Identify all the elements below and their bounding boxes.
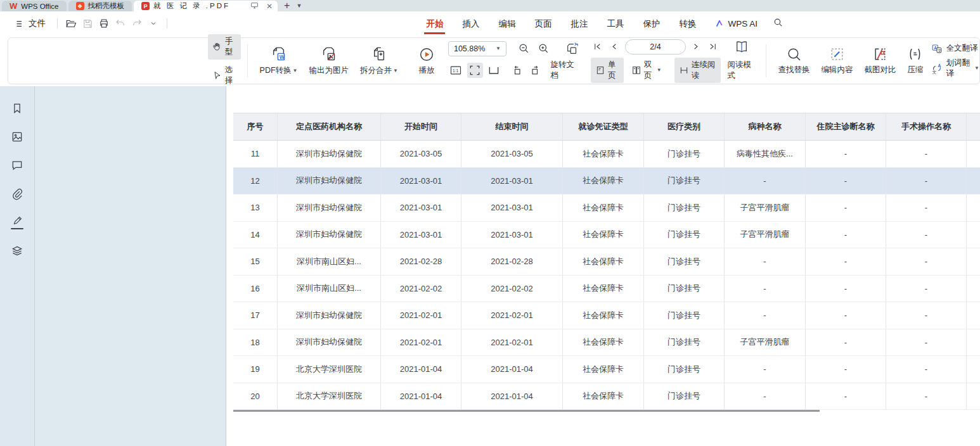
ribbon-tab-convert[interactable]: 转换 <box>669 13 706 34</box>
menu-search-button[interactable] <box>766 17 790 30</box>
table-cell: 2021-02-01 <box>461 329 563 357</box>
table-cell: 2021-03-01 <box>381 168 461 195</box>
tab-wps-office[interactable]: W WPS Office <box>2 1 67 11</box>
save-icon <box>82 18 93 29</box>
pdf-convert-button[interactable]: W PDF转换▼ <box>254 46 304 76</box>
split-merge-button[interactable]: 拆分合并▼ <box>354 46 404 76</box>
table-row: 16深圳市南山区妇...2021-02-022021-02-02社会保障卡门诊挂… <box>233 276 980 303</box>
table-cell: 13 <box>233 194 278 222</box>
signature-panel-button[interactable] <box>9 214 25 231</box>
previous-page-button[interactable] <box>608 40 622 54</box>
zoom-level-select[interactable]: 105.88% ▼ <box>448 41 506 56</box>
ribbon-tab-comment[interactable]: 批注 <box>561 13 597 34</box>
single-page-button[interactable]: 单页 <box>591 58 624 83</box>
last-page-button[interactable] <box>706 40 720 54</box>
fit-width-button[interactable] <box>486 63 502 78</box>
table-cell: 门诊挂号 <box>644 329 725 357</box>
ribbon-tab-page[interactable]: 页面 <box>525 13 561 34</box>
tab-list-chevron-icon[interactable]: ▼ <box>296 3 302 9</box>
fit-page-button[interactable] <box>467 63 483 78</box>
table-cell-clipped <box>967 194 980 222</box>
hand-tool-button[interactable]: 手型 <box>208 34 241 60</box>
save-button[interactable] <box>79 16 96 31</box>
rotate-right-button[interactable] <box>527 63 543 78</box>
word-translate-button[interactable]: 文A 划词翻译 ▼ <box>931 58 979 79</box>
table-cell: - <box>806 356 886 383</box>
rotate-document-button[interactable] <box>564 41 581 56</box>
undo-button[interactable] <box>112 16 129 31</box>
play-button[interactable]: 播放 <box>413 46 441 76</box>
table-cell: 2021-01-04 <box>381 356 461 383</box>
continuous-reading-icon <box>679 65 689 75</box>
next-page-button[interactable] <box>689 40 703 54</box>
rotate-left-button[interactable] <box>508 63 524 78</box>
table-cell: - <box>806 194 886 222</box>
ribbon-tab-insert[interactable]: 插入 <box>453 13 489 34</box>
comment-panel-button[interactable] <box>9 157 25 174</box>
page-indicator: 2/4 <box>650 42 661 51</box>
table-bottom-rule <box>233 410 820 412</box>
layers-panel-button[interactable] <box>9 243 25 259</box>
table-cell: 子宫平滑肌瘤 <box>725 194 806 222</box>
table-cell: 2021-03-01 <box>461 194 563 222</box>
redo-button[interactable] <box>129 16 145 31</box>
image-icon <box>11 131 23 143</box>
read-mode-button-icon[interactable] <box>733 39 750 54</box>
actual-size-button[interactable]: 1:1 <box>448 63 464 78</box>
paperclip-icon <box>11 188 23 200</box>
zoom-in-icon <box>538 42 550 54</box>
open-file-button[interactable] <box>63 16 79 31</box>
thumbnail-panel-button[interactable] <box>9 129 25 145</box>
rotate-document-label[interactable]: 旋转文档 <box>550 60 581 81</box>
tab-pdf-document[interactable]: P 就 医 记 录 .PDF ✕ <box>134 1 278 11</box>
wps-ai-button[interactable]: WPS AI <box>706 19 766 29</box>
table-cell: 20 <box>233 383 278 411</box>
ribbon-tab-edit[interactable]: 编辑 <box>489 13 525 34</box>
select-tool-label: 选择 <box>225 65 236 86</box>
table-cell: 2021-03-05 <box>461 141 563 168</box>
edit-content-button[interactable]: 编辑内容 <box>815 46 858 75</box>
find-replace-label: 查找替换 <box>778 65 809 75</box>
continuous-reading-button[interactable]: 连续阅读 <box>674 58 721 83</box>
attachment-panel-button[interactable] <box>9 186 25 202</box>
close-tab-icon[interactable]: ✕ <box>266 2 273 11</box>
screenshot-compare-button[interactable]: 截图对比 <box>858 46 901 75</box>
quick-access-chevron[interactable] <box>145 16 162 31</box>
compress-label: 压缩 <box>907 65 923 75</box>
ribbon-tab-tools[interactable]: 工具 <box>597 13 633 34</box>
zoom-out-button[interactable] <box>516 41 532 56</box>
table-cell: 16 <box>233 276 278 303</box>
read-mode-label[interactable]: 阅读模式 <box>728 60 754 81</box>
zoom-in-button[interactable] <box>536 41 552 56</box>
select-tool-button[interactable]: 选择 <box>208 63 241 88</box>
ribbon-tab-home[interactable]: 开始 <box>416 13 453 34</box>
tab-docer-templates[interactable]: ❖ 找稻壳模板 <box>68 1 132 11</box>
tab-label: 就 医 记 录 .PDF <box>153 1 230 11</box>
double-page-icon <box>631 65 642 75</box>
zoom-value: 105.88% <box>454 44 485 53</box>
first-page-button[interactable] <box>591 40 605 54</box>
ribbon-tab-protect[interactable]: 保护 <box>633 13 669 34</box>
comment-icon <box>11 159 23 172</box>
table-cell: 2021-03-05 <box>381 141 461 168</box>
table-cell: 18 <box>233 329 278 357</box>
table-cell: 门诊挂号 <box>644 222 725 249</box>
page-number-input[interactable]: 2/4 <box>625 39 686 54</box>
find-replace-button[interactable]: 查找替换 <box>772 46 815 75</box>
table-cell: 社会保障卡 <box>563 356 644 383</box>
active-indicator <box>11 228 23 229</box>
full-text-translate-button[interactable]: A文 全文翻译 <box>931 43 979 54</box>
file-menu-button[interactable]: 文件 <box>9 18 52 29</box>
hand-tool-label: 手型 <box>225 36 236 58</box>
compress-button[interactable]: 压缩 <box>901 46 929 75</box>
print-button[interactable] <box>96 16 112 31</box>
new-tab-button[interactable]: + <box>284 0 290 11</box>
menu-bar: 文件 开始 插入 编辑 页面 批注 工具 保护 转换 WPS AI <box>0 11 980 35</box>
double-page-button[interactable]: 双页 ▼ <box>627 58 666 83</box>
table-cell: 深圳市妇幼保健院 <box>278 302 381 329</box>
cursor-icon <box>212 70 222 80</box>
pdf-file-icon: P <box>141 2 150 10</box>
bookmark-panel-button[interactable] <box>9 100 25 117</box>
export-as-image-button[interactable]: 输出为图片 <box>304 46 355 76</box>
table-cell: 2021-02-28 <box>381 248 461 276</box>
